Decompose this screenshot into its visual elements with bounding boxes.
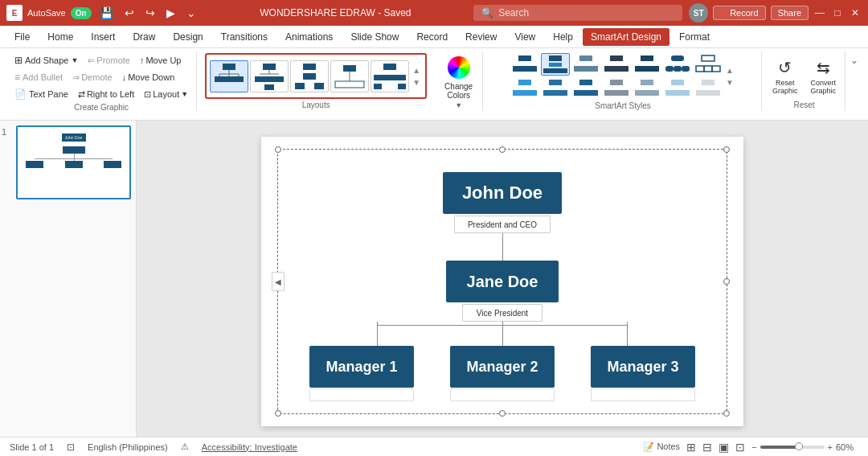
menu-help[interactable]: Help xyxy=(545,28,581,46)
menu-slide-show[interactable]: Slide Show xyxy=(342,28,407,46)
menu-home[interactable]: Home xyxy=(39,28,81,46)
style-item-12[interactable] xyxy=(633,77,661,100)
conn-left xyxy=(377,322,378,346)
autosave-toggle[interactable]: On xyxy=(71,7,92,19)
app-logo: E xyxy=(6,5,23,21)
menu-insert[interactable]: Insert xyxy=(83,28,123,46)
close-button[interactable]: ✕ xyxy=(849,6,862,19)
zoom-slider[interactable] xyxy=(760,446,825,449)
menu-design[interactable]: Design xyxy=(165,28,211,46)
change-colors-button[interactable]: Change Colors ▼ xyxy=(440,53,477,113)
menu-file[interactable]: File xyxy=(6,28,38,46)
styles-scroll[interactable]: ▲ ▼ xyxy=(724,66,735,87)
svg-rect-34 xyxy=(549,55,562,61)
svg-rect-31 xyxy=(513,66,521,72)
style-item-2[interactable] xyxy=(541,53,570,76)
slide-thumb-inner: John Doe xyxy=(18,127,129,198)
view-grid-icon[interactable]: ⊟ xyxy=(702,441,712,454)
style-item-9[interactable] xyxy=(541,77,570,100)
maximize-button[interactable]: □ xyxy=(831,6,844,19)
style-item-14[interactable] xyxy=(694,77,723,100)
svg-rect-23 xyxy=(383,64,396,70)
style-item-8[interactable] xyxy=(510,77,539,100)
svg-rect-3 xyxy=(234,76,244,82)
menu-animations[interactable]: Animations xyxy=(277,28,341,46)
menu-transitions[interactable]: Transitions xyxy=(213,28,276,46)
scroll-down-icon: ▼ xyxy=(412,78,420,87)
john-doe-title: President and CEO xyxy=(454,216,551,233)
layout-button[interactable]: ⊡ Layout ▼ xyxy=(141,88,191,101)
zoom-thumb[interactable] xyxy=(795,442,803,450)
reset-graphic-button[interactable]: ↺ Reset Graphic xyxy=(768,55,802,97)
move-up-label: Move Up xyxy=(145,55,181,65)
more-icon[interactable]: ⌄ xyxy=(183,5,199,21)
style-item-11[interactable] xyxy=(602,77,631,100)
share-button[interactable]: Share xyxy=(771,6,809,20)
style-item-3[interactable] xyxy=(571,53,600,76)
zoom-in-button[interactable]: + xyxy=(828,442,833,452)
notes-button[interactable]: 📝 Notes xyxy=(643,442,680,452)
menu-format[interactable]: Format xyxy=(671,28,718,46)
menu-review[interactable]: Review xyxy=(457,28,505,46)
style-item-10[interactable] xyxy=(571,77,600,100)
manager3-box[interactable]: Manager 3 xyxy=(591,346,695,388)
thumb-conn-2 xyxy=(35,158,113,159)
style-item-1[interactable] xyxy=(510,53,539,76)
style-item-6[interactable] xyxy=(663,53,692,76)
layout-option-3[interactable] xyxy=(290,60,329,92)
present-icon[interactable]: ▶ xyxy=(163,5,178,21)
add-shape-button[interactable]: ⊞ Add Shape ▼ xyxy=(11,53,81,68)
move-down-button[interactable]: ↓ Move Down xyxy=(119,71,178,84)
svg-rect-49 xyxy=(643,66,651,72)
jane-doe-box[interactable]: Jane Doe xyxy=(446,261,559,302)
add-shape-label: Add Shape xyxy=(25,55,68,65)
manager2-box[interactable]: Manager 2 xyxy=(450,346,555,388)
menu-smartart-design[interactable]: SmartArt Design xyxy=(583,28,669,46)
svg-rect-48 xyxy=(635,66,643,72)
thumb-node-mgr2 xyxy=(65,161,83,168)
layouts-scroll[interactable]: ▲ ▼ xyxy=(411,66,422,87)
view-normal-icon[interactable]: ⊞ xyxy=(686,441,696,454)
search-bar[interactable]: 🔍 xyxy=(473,5,682,21)
text-pane-button[interactable]: 📄 Text Pane xyxy=(11,87,72,101)
redo-icon[interactable]: ↪ xyxy=(142,5,158,21)
style-item-5[interactable] xyxy=(633,53,661,76)
accessibility-label[interactable]: Accessibility: Investigate xyxy=(202,442,297,452)
manager3-footer xyxy=(591,388,695,401)
convert-graphic-button[interactable]: ⇆ Convert Graphic xyxy=(806,55,840,97)
svg-rect-66 xyxy=(559,90,567,96)
style-item-4[interactable] xyxy=(602,53,631,76)
minimize-button[interactable]: — xyxy=(813,6,826,19)
svg-rect-52 xyxy=(665,66,674,72)
search-input[interactable] xyxy=(498,7,659,18)
right-to-left-button[interactable]: ⇄ Right to Left xyxy=(75,88,137,101)
collapse-button[interactable]: ◀ xyxy=(272,272,285,291)
move-up-button[interactable]: ↑ Move Up xyxy=(137,54,185,67)
layout-option-2[interactable] xyxy=(250,60,289,92)
record-button[interactable]: Record xyxy=(713,6,765,20)
zoom-out-button[interactable]: − xyxy=(751,442,756,452)
undo-icon[interactable]: ↩ xyxy=(121,5,137,21)
svg-rect-79 xyxy=(671,80,684,85)
view-present-icon[interactable]: ⊡ xyxy=(735,441,745,454)
john-doe-box[interactable]: John Doe xyxy=(443,172,562,214)
menu-view[interactable]: View xyxy=(506,28,543,46)
menu-record[interactable]: Record xyxy=(408,28,456,46)
slide-thumbnail[interactable]: John Doe xyxy=(16,125,131,199)
layout-option-5[interactable] xyxy=(371,60,409,92)
menu-draw[interactable]: Draw xyxy=(125,28,163,46)
layout-option-1[interactable] xyxy=(210,60,248,92)
style-item-13[interactable] xyxy=(663,77,692,100)
slide-canvas[interactable]: ◀ John Doe President and CEO Jane Doe Vi… xyxy=(261,137,743,426)
ribbon-expand-button[interactable]: ⌄ xyxy=(849,53,860,68)
svg-rect-41 xyxy=(582,66,590,72)
save-icon[interactable]: 💾 xyxy=(96,5,117,21)
manager1-box[interactable]: Manager 1 xyxy=(309,346,414,388)
style-item-7[interactable] xyxy=(694,53,723,76)
view-reading-icon[interactable]: ▣ xyxy=(719,441,729,454)
demote-button[interactable]: ⇒ Demote xyxy=(69,71,116,84)
promote-button[interactable]: ⇐ Promote xyxy=(84,54,133,68)
svg-rect-19 xyxy=(314,83,324,89)
add-bullet-button[interactable]: ≡ Add Bullet xyxy=(11,70,66,84)
layout-option-4[interactable] xyxy=(330,60,369,92)
